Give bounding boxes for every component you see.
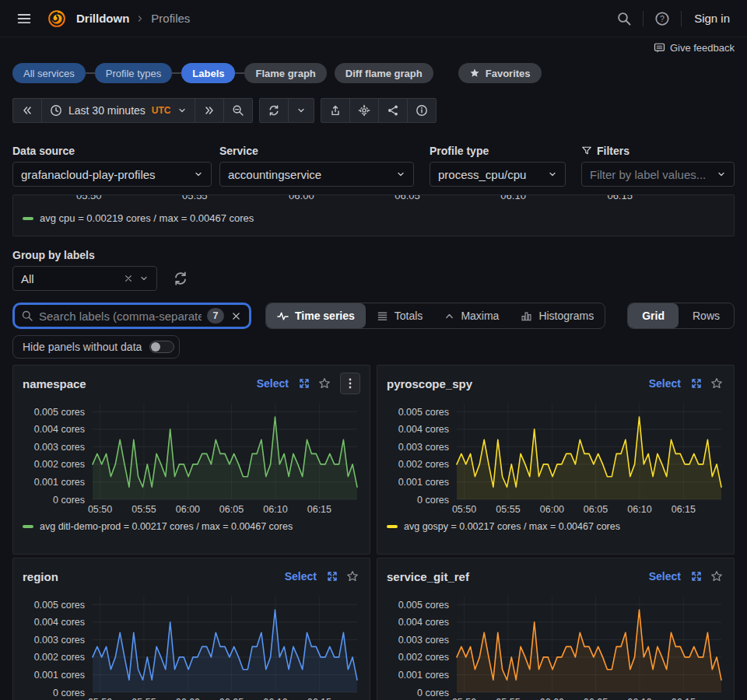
datasource-field: Data source grafanacloud-play-profiles: [12, 145, 212, 187]
profile-type-select[interactable]: process_cpu/cpu: [430, 162, 566, 187]
hide-panels-label: Hide panels without data: [23, 341, 142, 353]
refresh-button[interactable]: [259, 98, 289, 123]
clear-icon[interactable]: [124, 274, 133, 283]
tab-favorites[interactable]: Favorites: [458, 63, 542, 83]
give-feedback-link[interactable]: Give feedback: [654, 42, 735, 54]
help-button[interactable]: ?: [651, 8, 673, 30]
toggle-knob: [151, 342, 160, 352]
hide-panels-toggle[interactable]: [149, 341, 174, 353]
tab-all-services[interactable]: All services: [12, 63, 86, 83]
svg-text:0.001 cores: 0.001 cores: [34, 477, 85, 488]
svg-text:0.005 cores: 0.005 cores: [34, 407, 85, 418]
refresh-interval-dropdown[interactable]: [288, 98, 314, 123]
filters-field: Filters Filter by label values...: [581, 145, 735, 187]
layout-mode-grid[interactable]: Grid: [628, 303, 679, 328]
star-icon: [318, 377, 331, 390]
panel-chart: 0.005 cores0.004 cores0.003 cores0.002 c…: [23, 398, 360, 516]
search-labels-box[interactable]: 7: [12, 303, 251, 329]
view-mode-maxima[interactable]: Maxima: [433, 303, 510, 328]
select-button[interactable]: Select: [646, 569, 684, 584]
svg-text:0.003 cores: 0.003 cores: [34, 635, 85, 646]
expand-button[interactable]: [324, 569, 340, 584]
service-select[interactable]: accountingservice: [219, 162, 414, 187]
info-button[interactable]: [407, 98, 437, 123]
favorite-button[interactable]: [345, 569, 360, 584]
favorite-button[interactable]: [709, 569, 724, 584]
panel-legend[interactable]: avg gospy = 0.00217 cores / max = 0.0046…: [387, 521, 724, 532]
expand-button[interactable]: [296, 376, 312, 391]
profile-type-label: Profile type: [430, 145, 566, 157]
close-icon: [231, 311, 241, 321]
settings-button[interactable]: [349, 98, 379, 123]
layout-mode-rows[interactable]: Rows: [679, 303, 734, 328]
panel-menu-button[interactable]: [340, 373, 360, 394]
chevrons-left-icon: [21, 104, 33, 117]
expand-icon: [298, 377, 310, 390]
datasource-label: Data source: [12, 145, 212, 157]
layout-mode-group: Grid Rows: [627, 303, 735, 329]
zoom-out-button[interactable]: [223, 98, 253, 123]
svg-text:06:15: 06:15: [672, 504, 696, 515]
panel-header: region Select: [23, 565, 360, 588]
svg-text:06:05: 06:05: [219, 504, 244, 515]
select-button[interactable]: Select: [646, 376, 684, 391]
overview-x-tick: 05:55: [182, 194, 208, 201]
svg-text:06:10: 06:10: [627, 504, 651, 515]
search-labels-input[interactable]: [39, 310, 202, 323]
svg-text:05:55: 05:55: [132, 697, 156, 700]
upload-icon: [329, 104, 342, 117]
select-button[interactable]: Select: [282, 569, 320, 584]
group-by-label: Group by labels: [12, 249, 735, 261]
sign-in-button[interactable]: Sign in: [689, 9, 735, 28]
give-feedback-label: Give feedback: [670, 42, 735, 54]
clear-search-button[interactable]: [230, 310, 243, 323]
expand-button[interactable]: [689, 569, 704, 584]
overview-x-tick: 06:15: [607, 194, 633, 201]
view-mode-totals[interactable]: Totals: [366, 303, 434, 328]
menu-toggle-button[interactable]: [12, 7, 36, 30]
overview-x-tick: 06:00: [289, 194, 314, 201]
svg-text:0.001 cores: 0.001 cores: [398, 477, 449, 488]
filters-select[interactable]: Filter by label values...: [581, 162, 735, 187]
svg-text:06:00: 06:00: [540, 504, 564, 515]
svg-text:0.002 cores: 0.002 cores: [34, 652, 85, 663]
tab-diff-flame-graph[interactable]: Diff flame graph: [335, 63, 433, 83]
breadcrumb: Drilldown Profiles: [76, 12, 190, 25]
overview-legend[interactable]: avg cpu = 0.00219 cores / max = 0.00467 …: [23, 212, 254, 224]
share-button[interactable]: [378, 98, 408, 123]
panel-chart: 0.005 cores0.004 cores0.003 cores0.002 c…: [387, 398, 724, 516]
group-by-select[interactable]: All: [12, 266, 157, 291]
group-by-refresh-button[interactable]: [170, 268, 191, 289]
chevron-down-icon: [194, 170, 203, 179]
favorite-button[interactable]: [709, 376, 724, 391]
favorite-button[interactable]: [317, 376, 332, 391]
panel-pyroscope-spy: pyroscope_spy Select 0.005 cores0.004 co…: [377, 365, 735, 555]
tab-profile-types[interactable]: Profile types: [95, 63, 173, 83]
svg-text:0.005 cores: 0.005 cores: [34, 600, 85, 611]
expand-button[interactable]: [689, 376, 704, 391]
time-shift-forward-button[interactable]: [195, 98, 224, 123]
svg-text:06:05: 06:05: [584, 504, 608, 515]
panel-legend[interactable]: avg ditl-demo-prod = 0.00217 cores / max…: [23, 521, 360, 532]
list-icon: [377, 310, 388, 322]
grafana-logo-icon[interactable]: [47, 9, 67, 29]
svg-text:0.004 cores: 0.004 cores: [398, 617, 449, 628]
datasource-value: grafanacloud-play-profiles: [21, 168, 156, 181]
funnel-icon: [581, 145, 592, 156]
time-shift-back-button[interactable]: [12, 98, 42, 123]
tab-flame-graph[interactable]: Flame graph: [244, 63, 326, 83]
panel-title: namespace: [23, 377, 254, 390]
breadcrumb-app[interactable]: Drilldown: [76, 12, 129, 25]
tab-labels[interactable]: Labels: [181, 63, 235, 83]
clock-icon: [50, 104, 62, 117]
select-button[interactable]: Select: [254, 376, 292, 391]
view-mode-histograms[interactable]: Histograms: [510, 303, 605, 328]
view-mode-time-series[interactable]: Time series: [266, 303, 366, 328]
legend-dash: [23, 217, 33, 220]
time-range-picker[interactable]: Last 30 minutes UTC: [41, 98, 195, 123]
datasource-select[interactable]: grafanacloud-play-profiles: [12, 162, 212, 187]
export-button[interactable]: [321, 98, 350, 123]
time-range-label: Last 30 minutes: [68, 104, 146, 117]
search-button[interactable]: [613, 8, 635, 30]
svg-text:06:15: 06:15: [672, 697, 696, 700]
